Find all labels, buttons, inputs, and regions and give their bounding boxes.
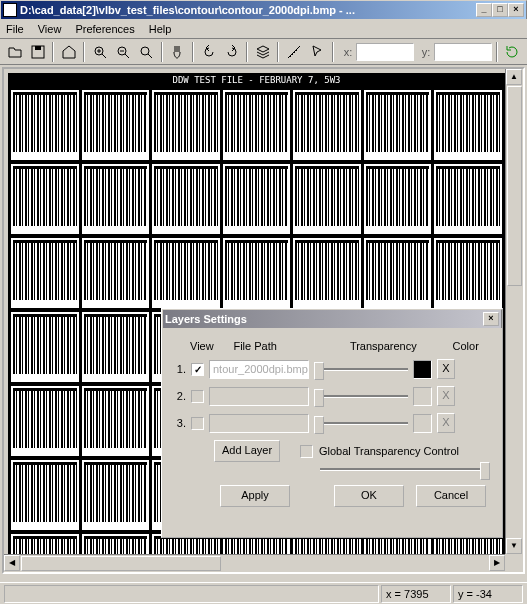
layer-row-2: 2. X: [172, 385, 492, 407]
transparency-slider-2[interactable]: [314, 395, 408, 398]
transparency-slider-1[interactable]: [314, 368, 408, 371]
global-transparency-checkbox[interactable]: [300, 445, 313, 458]
view-checkbox-3[interactable]: [191, 417, 204, 430]
barcode-cell: [11, 238, 79, 308]
row-number: 3.: [172, 417, 186, 429]
barcode-cell: [11, 460, 79, 530]
file-path-input-2[interactable]: [209, 387, 309, 406]
barcode-cell: [364, 238, 432, 308]
open-icon[interactable]: [4, 41, 25, 63]
barcode-cell: [82, 164, 150, 234]
transparency-slider-3[interactable]: [314, 422, 408, 425]
barcode-cell: [152, 90, 220, 160]
barcode-cell: [11, 312, 79, 382]
zoom-in-icon[interactable]: [89, 41, 110, 63]
view-checkbox-2[interactable]: [191, 390, 204, 403]
toolbar: x: y:: [0, 39, 527, 65]
scroll-right-icon[interactable]: ▶: [489, 555, 505, 571]
barcode-cell: [82, 534, 150, 554]
color-swatch-2: [413, 387, 432, 406]
view-checkbox-1[interactable]: ✓: [191, 363, 204, 376]
dialog-title: Layers Settings: [165, 313, 483, 325]
pan-icon[interactable]: [167, 41, 188, 63]
app-icon: [3, 3, 17, 17]
separator: [83, 42, 85, 62]
barcode-cell: [223, 164, 291, 234]
statusbar: x = 7395 y = -34: [0, 582, 527, 604]
separator: [246, 42, 248, 62]
color-swatch-3: [413, 414, 432, 433]
scrollbar-vertical[interactable]: ▲ ▼: [505, 69, 523, 554]
barcode-cell: [152, 164, 220, 234]
file-path-input-1[interactable]: ntour_2000dpi.bmp: [209, 360, 309, 379]
select-icon[interactable]: [307, 41, 328, 63]
dialog-close-button[interactable]: ×: [483, 312, 499, 326]
separator: [277, 42, 279, 62]
menubar: File View Preferences Help: [0, 19, 527, 39]
menu-help[interactable]: Help: [149, 23, 172, 35]
separator: [332, 42, 334, 62]
barcode-cell: [434, 238, 502, 308]
ok-button[interactable]: OK: [334, 485, 404, 507]
menu-file[interactable]: File: [6, 23, 24, 35]
scroll-thumb-v[interactable]: [507, 86, 522, 286]
save-icon[interactable]: [27, 41, 48, 63]
zoom-fit-icon[interactable]: [136, 41, 157, 63]
header-path: File Path: [233, 340, 349, 352]
barcode-cell: [11, 534, 79, 554]
header-view: View: [190, 340, 233, 352]
add-layer-button[interactable]: Add Layer: [214, 440, 280, 462]
apply-button[interactable]: Apply: [220, 485, 290, 507]
menu-view[interactable]: View: [38, 23, 62, 35]
header-transparency: Transparency: [350, 340, 453, 352]
remove-layer-button-1[interactable]: X: [437, 359, 455, 379]
scroll-down-icon[interactable]: ▼: [506, 538, 522, 554]
rotate-right-icon[interactable]: [221, 41, 242, 63]
status-main: [4, 585, 379, 603]
rotate-left-icon[interactable]: [198, 41, 219, 63]
scroll-corner: [505, 554, 523, 572]
dialog-headers: View File Path Transparency Color: [172, 340, 492, 352]
maximize-button[interactable]: □: [492, 3, 508, 17]
color-swatch-1[interactable]: [413, 360, 432, 379]
layers-icon[interactable]: [252, 41, 273, 63]
separator: [161, 42, 163, 62]
barcode-cell: [293, 90, 361, 160]
scrollbar-horizontal[interactable]: ◀ ▶: [4, 554, 505, 572]
window-title: D:\cad_data[2]\vlbv_test_files\contour\c…: [20, 4, 476, 16]
separator: [52, 42, 54, 62]
coord-x-box: [356, 43, 414, 61]
barcode-cell: [82, 386, 150, 456]
barcode-cell: [82, 90, 150, 160]
scroll-up-icon[interactable]: ▲: [506, 69, 522, 85]
minimize-button[interactable]: _: [476, 3, 492, 17]
barcode-cell: [82, 312, 150, 382]
barcode-cell: [11, 386, 79, 456]
cancel-button[interactable]: Cancel: [416, 485, 486, 507]
home-icon[interactable]: [58, 41, 79, 63]
row-number: 2.: [172, 390, 186, 402]
barcode-cell: [223, 90, 291, 160]
file-path-input-3[interactable]: [209, 414, 309, 433]
scroll-left-icon[interactable]: ◀: [4, 555, 20, 571]
header-color: Color: [453, 340, 492, 352]
zoom-out-icon[interactable]: [113, 41, 134, 63]
barcode-cell: [82, 460, 150, 530]
layers-settings-dialog: Layers Settings × View File Path Transpa…: [161, 308, 503, 538]
menu-preferences[interactable]: Preferences: [75, 23, 134, 35]
svg-point-4: [141, 47, 149, 55]
barcode-cell: [364, 90, 432, 160]
titlebar: D:\cad_data[2]\vlbv_test_files\contour\c…: [0, 0, 527, 19]
remove-layer-button-3: X: [437, 413, 455, 433]
row-number: 1.: [172, 363, 186, 375]
barcode-cell: [434, 90, 502, 160]
dialog-titlebar[interactable]: Layers Settings ×: [162, 309, 502, 328]
barcode-cell: [434, 164, 502, 234]
refresh-icon[interactable]: [502, 41, 523, 63]
close-button[interactable]: ×: [508, 3, 524, 17]
barcode-cell: [223, 238, 291, 308]
measure-icon[interactable]: [283, 41, 304, 63]
scroll-thumb-h[interactable]: [21, 556, 221, 571]
global-transparency-slider[interactable]: [320, 468, 490, 471]
barcode-cell: [293, 238, 361, 308]
